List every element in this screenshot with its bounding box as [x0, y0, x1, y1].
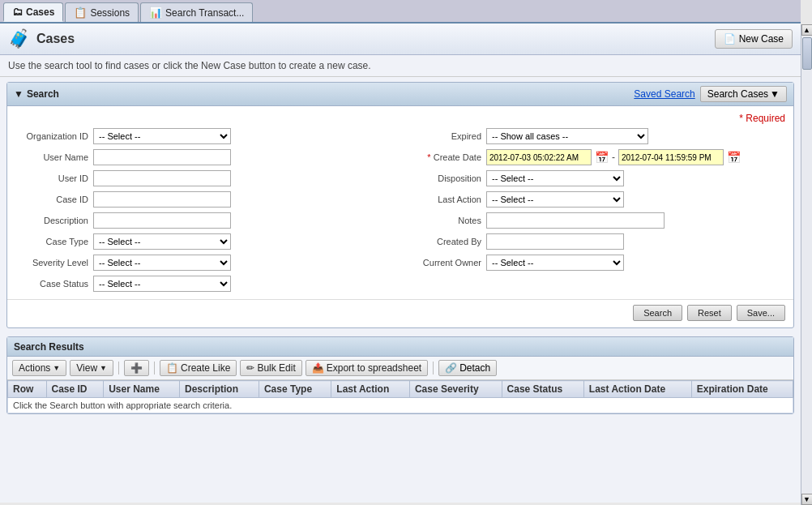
col-case-id: Case ID: [46, 381, 104, 398]
calendar-from-icon[interactable]: 📅: [595, 151, 609, 164]
export-label: Export to spreadsheet: [327, 362, 421, 374]
col-last-action-date: Last Action Date: [583, 381, 691, 398]
calendar-to-icon[interactable]: 📅: [727, 151, 741, 164]
form-left-col: Organization ID -- Select -- User Name: [15, 127, 392, 293]
last-action-select[interactable]: -- Select --: [486, 191, 624, 208]
col-case-status: Case Status: [502, 381, 583, 398]
toolbar-separator-3: [433, 362, 434, 374]
current-owner-label: Current Owner: [408, 258, 481, 267]
search-transactions-tab-label: Search Transact...: [165, 7, 244, 19]
detach-button[interactable]: 🔗 Detach: [438, 360, 497, 376]
new-case-icon: 📄: [724, 33, 736, 45]
created-by-input[interactable]: [486, 233, 624, 250]
empty-message: Click the Search button with appropriate…: [8, 398, 793, 413]
form-grid: Organization ID -- Select -- User Name: [15, 127, 785, 293]
org-id-row: Organization ID -- Select --: [15, 127, 392, 145]
save-button[interactable]: Save...: [737, 305, 785, 321]
case-type-row: Case Type -- Select --: [15, 233, 392, 250]
col-user-name: User Name: [104, 381, 180, 398]
toolbar-separator-2: [154, 362, 155, 374]
results-section: Search Results Actions ▼ View ▼ ➕: [6, 336, 794, 414]
page-title-area: 🧳 Cases: [8, 28, 75, 49]
export-icon: 📤: [312, 362, 324, 374]
search-panel-header: ▼ Search Saved Search Search Cases ▼: [7, 83, 793, 106]
results-title: Search Results: [14, 341, 84, 353]
saved-search-link[interactable]: Saved Search: [634, 88, 694, 100]
view-arrow-icon: ▼: [100, 364, 107, 372]
view-label: View: [76, 362, 97, 374]
create-date-from-input[interactable]: [486, 149, 592, 165]
user-name-input[interactable]: [93, 149, 231, 165]
user-name-row: User Name: [15, 148, 392, 166]
scrollbar-track: ▲ ▼: [801, 24, 812, 505]
date-range: 📅 - 📅: [486, 149, 741, 165]
created-by-row: Created By: [408, 233, 785, 250]
scrollbar-up-button[interactable]: ▲: [801, 24, 813, 36]
search-transactions-tab-icon: 📊: [149, 6, 162, 19]
new-case-label: New Case: [739, 33, 784, 45]
sessions-tab-label: Sessions: [90, 7, 130, 19]
description-row: Description: [15, 212, 392, 229]
view-button[interactable]: View ▼: [70, 360, 113, 376]
scrollbar-down-button[interactable]: ▼: [801, 494, 813, 505]
case-status-select[interactable]: -- Select --: [93, 276, 231, 292]
col-case-type: Case Type: [259, 381, 331, 398]
cases-tab-label: Cases: [26, 6, 54, 18]
case-id-row: Case ID: [15, 190, 392, 208]
disposition-select[interactable]: -- Select --: [486, 170, 624, 186]
col-last-action: Last Action: [331, 381, 410, 398]
severity-level-select[interactable]: -- Select --: [93, 255, 231, 271]
col-case-severity: Case Severity: [409, 381, 502, 398]
notes-input[interactable]: [486, 212, 665, 229]
bulk-edit-label: Bulk Edit: [257, 362, 295, 374]
create-like-button[interactable]: 📋 Create Like: [160, 360, 237, 376]
main-content: ▼ Search Saved Search Search Cases ▼ * R…: [0, 77, 801, 503]
scrollbar-thumb[interactable]: [802, 37, 812, 70]
sessions-tab-icon: 📋: [74, 6, 87, 19]
create-date-to-input[interactable]: [618, 149, 724, 165]
results-toolbar: Actions ▼ View ▼ ➕ 📋 Create Like: [7, 357, 793, 380]
tab-cases[interactable]: 🗂 Cases: [3, 2, 63, 22]
table-empty-row: Click the Search button with appropriate…: [8, 398, 793, 413]
user-id-input[interactable]: [93, 170, 231, 186]
expired-select[interactable]: -- Show all cases --: [486, 128, 648, 144]
form-right-col: Expired -- Show all cases -- Create Date…: [408, 127, 785, 293]
search-cases-button[interactable]: Search Cases ▼: [700, 86, 787, 102]
cases-tab-icon: 🗂: [12, 6, 23, 18]
current-owner-row: Current Owner -- Select --: [408, 254, 785, 272]
add-row-button[interactable]: ➕: [124, 360, 149, 376]
notes-label: Notes: [408, 216, 481, 225]
reset-button[interactable]: Reset: [687, 305, 732, 321]
severity-level-label: Severity Level: [15, 258, 88, 267]
disposition-row: Disposition -- Select --: [408, 169, 785, 187]
disposition-label: Disposition: [408, 173, 481, 183]
page-title: Cases: [36, 32, 75, 46]
export-button[interactable]: 📤 Export to spreadsheet: [306, 360, 428, 376]
help-text: Use the search tool to find cases or cli…: [0, 55, 801, 77]
current-owner-select[interactable]: -- Select --: [486, 255, 624, 271]
page-header: 🧳 Cases 📄 New Case: [0, 24, 801, 55]
last-action-label: Last Action: [408, 195, 481, 204]
case-id-input[interactable]: [93, 191, 231, 208]
expired-row: Expired -- Show all cases --: [408, 127, 785, 145]
org-id-select[interactable]: -- Select --: [93, 128, 231, 144]
detach-icon: 🔗: [445, 362, 457, 374]
col-description: Description: [180, 381, 259, 398]
new-case-button[interactable]: 📄 New Case: [715, 29, 793, 49]
actions-button[interactable]: Actions ▼: [12, 360, 66, 376]
search-form: * Required Organization ID -- Select --: [7, 106, 793, 299]
tab-sessions[interactable]: 📋 Sessions: [65, 2, 139, 22]
user-id-label: User ID: [15, 173, 88, 183]
tab-search-transactions[interactable]: 📊 Search Transact...: [140, 2, 253, 22]
bulk-edit-button[interactable]: ✏ Bulk Edit: [240, 360, 301, 376]
case-type-select[interactable]: -- Select --: [93, 233, 231, 250]
collapse-icon[interactable]: ▼: [14, 88, 24, 100]
search-panel-title: Search: [27, 88, 59, 100]
search-button[interactable]: Search: [633, 305, 682, 321]
description-label: Description: [15, 216, 88, 225]
tab-bar: 🗂 Cases 📋 Sessions 📊 Search Transact...: [0, 0, 801, 24]
description-input[interactable]: [93, 212, 231, 229]
case-id-label: Case ID: [15, 195, 88, 204]
results-table: Row Case ID User Name Description Case T…: [7, 380, 793, 413]
search-cases-label: Search Cases: [707, 88, 768, 100]
